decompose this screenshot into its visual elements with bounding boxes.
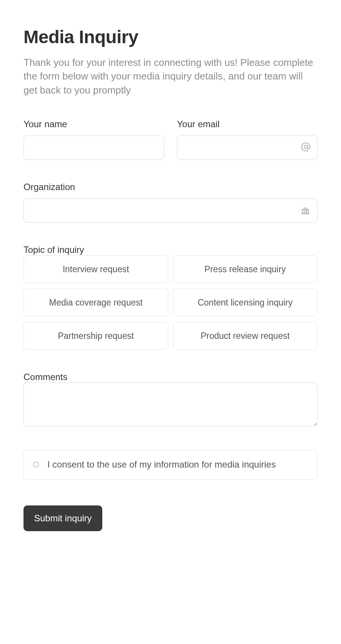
name-label: Your name [23,119,164,129]
consent-radio[interactable] [33,462,39,468]
topic-option-media-coverage-request[interactable]: Media coverage request [23,288,168,317]
email-group: Your email [177,119,318,160]
email-label: Your email [177,119,318,129]
consent-box[interactable]: I consent to the use of my information f… [23,450,318,479]
submit-section: Submit inquiry [23,505,318,531]
name-email-row: Your name Your email [23,119,318,160]
topic-grid: Interview request Press release inquiry … [23,255,318,350]
organization-group: Organization [23,182,318,223]
topic-option-partnership-request[interactable]: Partnership request [23,322,168,350]
consent-label: I consent to the use of my information f… [47,458,276,471]
topic-option-interview-request[interactable]: Interview request [23,255,168,283]
organization-label: Organization [23,182,318,192]
topic-option-content-licensing-inquiry[interactable]: Content licensing inquiry [173,288,318,317]
name-group: Your name [23,119,164,160]
email-input[interactable] [177,136,318,160]
topic-section: Topic of inquiry Interview request Press… [23,245,318,350]
page-title: Media Inquiry [23,27,318,47]
organization-input[interactable] [23,198,318,223]
page-description: Thank you for your interest in connectin… [23,56,318,97]
comments-label: Comments [23,372,67,382]
topic-option-product-review-request[interactable]: Product review request [173,322,318,350]
submit-button[interactable]: Submit inquiry [23,505,102,531]
comments-section: Comments [23,372,318,428]
comments-input[interactable] [23,382,318,426]
topic-option-press-release-inquiry[interactable]: Press release inquiry [173,255,318,283]
topic-label: Topic of inquiry [23,245,84,255]
name-input[interactable] [23,136,164,160]
organization-section: Organization [23,182,318,223]
consent-section: I consent to the use of my information f… [23,450,318,479]
